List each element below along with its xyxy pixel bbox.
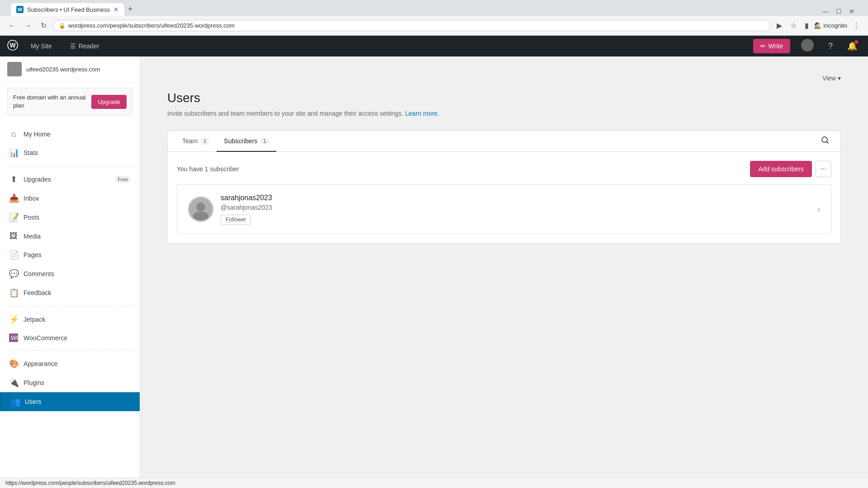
subscribers-actions: Add subscribers ··· — [750, 161, 831, 177]
sidebar-item-label: Media — [24, 233, 131, 240]
sidebar-item-posts[interactable]: 📝 Posts — [0, 208, 140, 227]
main-content: View ▾ Users Invite subscribers and team… — [140, 56, 868, 486]
subscriber-badge: Follower — [221, 215, 251, 225]
notification-dot — [854, 40, 858, 44]
sidebar-item-my-home[interactable]: ⌂ My Home — [0, 125, 140, 143]
help-button[interactable]: ? — [825, 38, 836, 55]
forward-button[interactable]: → — [22, 20, 34, 32]
bookmark-button[interactable]: ☆ — [788, 19, 799, 32]
page-title: Users — [167, 91, 841, 105]
add-subscribers-button[interactable]: Add subscribers — [750, 161, 811, 177]
incognito-label: 🕵 Incognito — [814, 22, 847, 29]
reload-button[interactable]: ↻ — [38, 19, 49, 32]
svg-line-3 — [827, 142, 829, 144]
chevron-down-icon: ▾ — [838, 75, 841, 82]
avatar-head — [196, 202, 205, 211]
browser-tab[interactable]: W Subscribers • UI Feed Business ✕ — [11, 3, 124, 16]
subscribers-body: You have 1 subscriber Add subscribers ··… — [168, 152, 840, 243]
subscriber-info: sarahjonas2023 @sarahjonas2023 Follower — [221, 194, 810, 225]
sidebar-item-stats[interactable]: 📊 Stats — [0, 143, 140, 162]
sidebar-item-plugins[interactable]: 🔌 Plugins — [0, 373, 140, 392]
sidebar-divider-3 — [7, 350, 132, 351]
learn-more-link[interactable]: Learn more. — [405, 110, 439, 117]
jetpack-icon: ⚡ — [9, 314, 18, 324]
site-name: uifeed20235.wordpress.com — [26, 66, 100, 73]
sidebar-item-upgrades[interactable]: ⬆ Upgrades Free — [0, 170, 140, 189]
avatar-person — [189, 198, 212, 221]
sidebar-item-label: Comments — [24, 270, 131, 277]
upgrade-banner-text: Free domain with an annual plan — [13, 94, 91, 110]
my-site-nav[interactable]: My Site — [25, 39, 57, 53]
sidebar-divider — [7, 166, 132, 166]
sidebar-item-label: Posts — [24, 214, 131, 221]
sidebar-item-label: Feedback — [24, 289, 131, 296]
sidebar-item-media[interactable]: 🖼 Media — [0, 227, 140, 245]
upgrades-badge: Free — [115, 176, 131, 183]
sidebar-item-label: Inbox — [24, 195, 131, 202]
posts-icon: 📝 — [9, 212, 18, 222]
sidebar: uifeed20235.wordpress.com Free domain wi… — [0, 56, 140, 486]
comments-icon: 💬 — [9, 269, 18, 279]
close-window-button[interactable]: ✕ — [846, 7, 857, 16]
sidebar-divider-2 — [7, 306, 132, 306]
toolbar-actions: ▶ ☆ ▮ 🕵 Incognito ⋮ — [774, 19, 863, 32]
plugins-icon: 🔌 — [9, 378, 18, 388]
avatar — [188, 197, 213, 222]
more-options-button[interactable]: ··· — [816, 161, 831, 177]
minimize-button[interactable]: — — [820, 7, 831, 16]
split-view-button[interactable]: ▮ — [802, 19, 811, 32]
avatar-button[interactable] — [797, 35, 817, 57]
address-bar[interactable]: 🔒 wordpress.com/people/subscribers/uifee… — [53, 20, 770, 31]
woocommerce-icon: WOO — [9, 333, 18, 342]
upgrades-icon: ⬆ — [9, 174, 18, 184]
status-url: https://wordpress.com/people/subscribers… — [5, 480, 175, 486]
maximize-button[interactable]: ☐ — [833, 7, 844, 16]
status-bar: https://wordpress.com/people/subscribers… — [0, 478, 868, 488]
sidebar-item-appearance[interactable]: 🎨 Appearance — [0, 354, 140, 373]
menu-button[interactable]: ⋮ — [850, 19, 863, 32]
site-avatar — [7, 62, 22, 76]
inbox-icon: 📥 — [9, 193, 18, 203]
address-text: wordpress.com/people/subscribers/uifeed2… — [68, 22, 764, 29]
sidebar-item-pages[interactable]: 📄 Pages — [0, 245, 140, 264]
sidebar-item-inbox[interactable]: 📥 Inbox — [0, 189, 140, 208]
sidebar-item-label: Pages — [24, 251, 131, 258]
write-button[interactable]: ✏ Write — [753, 39, 790, 53]
home-icon: ⌂ — [9, 129, 18, 139]
extensions-button[interactable]: ▶ — [774, 19, 785, 32]
upgrade-button[interactable]: Upgrade — [91, 95, 127, 109]
svg-text:W: W — [9, 42, 16, 49]
new-tab-button[interactable]: + — [124, 3, 137, 16]
team-count: 1 — [200, 137, 209, 145]
sidebar-item-label: Jetpack — [24, 316, 131, 323]
sidebar-item-label: WooCommerce — [24, 334, 131, 342]
sidebar-nav: ⌂ My Home 📊 Stats ⬆ Upgrades Free 📥 Inbo… — [0, 121, 140, 486]
sidebar-item-label: Users — [25, 398, 131, 405]
stats-icon: 📊 — [9, 148, 18, 158]
sidebar-item-jetpack[interactable]: ⚡ Jetpack — [0, 310, 140, 329]
sidebar-item-comments[interactable]: 💬 Comments — [0, 264, 140, 283]
site-info: uifeed20235.wordpress.com — [0, 56, 140, 82]
subscriber-handle: @sarahjonas2023 — [221, 204, 810, 211]
view-button[interactable]: View ▾ — [822, 75, 841, 82]
back-button[interactable]: ← — [5, 20, 18, 32]
subscriber-card[interactable]: sarahjonas2023 @sarahjonas2023 Follower … — [177, 184, 831, 234]
sidebar-item-woocommerce[interactable]: WOO WooCommerce — [0, 329, 140, 347]
sidebar-item-feedback[interactable]: 📋 Feedback — [0, 283, 140, 302]
subscribers-count-row: You have 1 subscriber Add subscribers ··… — [177, 161, 831, 177]
main-layout: uifeed20235.wordpress.com Free domain wi… — [0, 56, 868, 486]
sidebar-item-users[interactable]: 👥 Users — [0, 392, 140, 411]
tab-subscribers[interactable]: Subscribers 1 — [217, 131, 276, 152]
sidebar-item-label: Appearance — [24, 360, 131, 367]
tab-team[interactable]: Team 1 — [175, 131, 217, 152]
user-avatar — [801, 39, 814, 52]
tab-title: Subscribers • UI Feed Business — [27, 6, 110, 13]
wp-topbar: W My Site ☰ Reader ✏ Write ? 🔔 — [0, 36, 868, 56]
browser-toolbar: ← → ↻ 🔒 wordpress.com/people/subscribers… — [0, 16, 868, 36]
notifications-button[interactable]: 🔔 — [844, 38, 861, 55]
sidebar-item-label: Upgrades — [24, 176, 109, 183]
close-tab-button[interactable]: ✕ — [113, 6, 119, 13]
wp-logo: W — [7, 40, 18, 53]
reader-nav[interactable]: ☰ Reader — [65, 39, 105, 53]
search-button[interactable] — [817, 132, 833, 150]
